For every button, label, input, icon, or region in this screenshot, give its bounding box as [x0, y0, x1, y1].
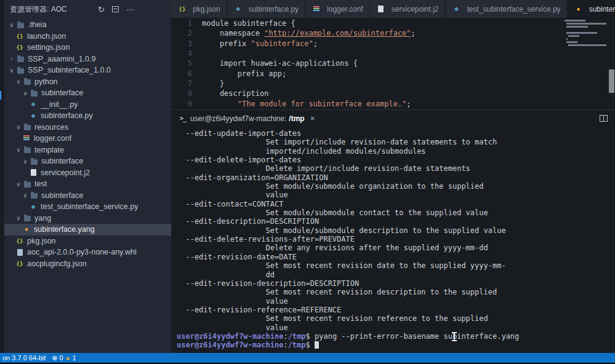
terminal-line: value: [177, 323, 613, 332]
tree-item-label: resources: [34, 123, 68, 132]
code-line: 1module subinterface {: [171, 18, 615, 28]
tab-pkg.json[interactable]: {}pkg.json: [171, 0, 227, 18]
terminal-line: --edit-revision-date=DATE: [177, 253, 613, 261]
tree-item-folder[interactable]: ∨subinterface: [4, 156, 171, 167]
tree-item-file[interactable]: ●subinterface.yang: [4, 224, 171, 235]
tree-item-label: SSP_subinterface_1.0.0: [28, 66, 111, 74]
minimap[interactable]: [565, 20, 606, 65]
code-line: 7 }: [171, 79, 615, 89]
problems-indicator[interactable]: ⊗ 0 ▲ 1: [52, 354, 76, 362]
code-editor[interactable]: 1module subinterface {2 namespace "http:…: [171, 18, 615, 109]
tab-bar: {}pkg.json◆subinterface.pylogger.confser…: [171, 0, 615, 18]
minimap-line: [568, 35, 579, 37]
tab-test_subinterface_service.py[interactable]: ◆test_subinterface_service.py: [446, 0, 568, 18]
more-actions-icon[interactable]: ⋯: [126, 5, 134, 14]
tree-item-label: yang: [34, 214, 51, 223]
folder-icon: [22, 146, 32, 153]
error-icon: ⊗: [52, 354, 57, 362]
minimap-line: [568, 44, 606, 46]
tree-item-file[interactable]: {}launch.json: [4, 31, 171, 42]
tree-item-folder[interactable]: ∨.theia: [4, 19, 171, 31]
code-line: 2 namespace "http://example.com/subinter…: [171, 28, 615, 38]
line-number: 3: [171, 39, 202, 48]
minimap-line: [566, 23, 606, 25]
tree-item-folder[interactable]: ∨SSP_subinterface_1.0.0: [4, 65, 171, 76]
tree-item-label: logger.conf: [34, 134, 71, 143]
terminal-output[interactable]: --edit-update-import-dates Set import/in…: [177, 129, 613, 352]
tree-item-file[interactable]: {}pkg.json: [4, 235, 171, 247]
terminal-tab-path: /tmp: [289, 114, 304, 123]
folder-icon: [29, 90, 39, 97]
folder-icon: [15, 55, 25, 62]
terminal-icon: >_: [180, 115, 186, 122]
line-number: 8: [171, 89, 202, 98]
editor-scrollbar[interactable]: [609, 69, 614, 93]
terminal-line: --edit-description=DESCRIPTION: [177, 217, 613, 226]
yang-file-icon: ●: [22, 226, 31, 232]
terminal-line: Delete import/include revision-date stat…: [177, 164, 613, 173]
chevron-down-icon: ∨: [15, 215, 22, 221]
line-number: 2: [171, 29, 202, 38]
tree-item-folder[interactable]: ∨resources: [4, 122, 171, 133]
tab-logger.conf[interactable]: logger.conf: [305, 0, 370, 18]
terminal-line: --edit-organization=ORGANIZATION: [177, 173, 613, 182]
tree-item-label: servicepoint.j2: [41, 168, 90, 177]
code-line: 5 import huawei-ac-applications {: [171, 58, 615, 68]
collapse-folders-icon[interactable]: [112, 6, 119, 12]
python-file-icon: ◆: [28, 101, 38, 107]
terminal-line: Set import/include revision-date stateme…: [177, 138, 613, 146]
tree-item-folder[interactable]: ∨subinterface: [4, 87, 171, 99]
tree-item-folder[interactable]: ∨subinterface: [4, 190, 171, 202]
tab-subinterface.yang[interactable]: ●subinterface.yang×: [568, 0, 615, 18]
terminal-line: Set most recent revision date to the sup…: [177, 261, 613, 270]
terminal-line: Set module/submodule organization to the…: [177, 182, 613, 191]
chevron-down-icon: ∨: [15, 181, 22, 188]
tree-item-file[interactable]: ◆__init__.py: [4, 99, 171, 111]
tab-servicepoint.j2[interactable]: servicepoint.j2: [370, 0, 446, 18]
terminal-prompt-line: user@z6i4yydwf7w-machine:/tmp$: [177, 341, 613, 349]
tree-item-folder[interactable]: ∨python: [4, 76, 171, 88]
tree-item-file[interactable]: ◆test_subinterface_service.py: [4, 201, 171, 213]
tree-item-folder[interactable]: ∨test: [4, 178, 171, 190]
tree-item-folder[interactable]: ∨yang: [4, 213, 171, 224]
terminal-prompt-line: user@z6i4yydwf7w-machine:/tmp$ pyang --p…: [177, 332, 613, 341]
tree-item-file[interactable]: aoc_api-2.0.0-py3-none-any.whl: [4, 247, 171, 258]
terminal-line: --edit-update-import-dates: [177, 129, 613, 138]
terminal-line: value: [177, 297, 613, 306]
terminal-line: Set module/submodule description to the …: [177, 226, 613, 235]
close-icon[interactable]: ×: [310, 114, 315, 123]
tab-label: subinterface.py: [249, 5, 299, 14]
terminal-cursor: [315, 341, 319, 349]
minimap-line: [566, 26, 588, 28]
tree-item-label: pkg.json: [27, 237, 56, 245]
terminal-tab-title[interactable]: user@z6i4yydwf7w-machine:: [190, 114, 286, 123]
tree-item-folder[interactable]: ›SSP_aaamini_1.0.9: [4, 53, 171, 65]
folder-icon: [22, 215, 32, 221]
json-file-icon: {}: [177, 6, 187, 12]
code-lines: 1module subinterface {2 namespace "http:…: [171, 18, 615, 109]
tree-item-file[interactable]: ◆subinterface.py: [4, 110, 171, 122]
split-panel-icon[interactable]: [600, 115, 608, 122]
tree-item-file[interactable]: servicepoint.j2: [4, 167, 171, 179]
minimap-line: [566, 32, 597, 34]
line-number: 9: [171, 100, 202, 108]
minimap-line: [565, 20, 585, 22]
explorer-header: 资源管理器: AOC: [4, 0, 171, 18]
refresh-icon[interactable]: ↻: [98, 5, 105, 14]
tree-item-file[interactable]: logger.conf: [4, 133, 171, 144]
tree-item-folder[interactable]: ∨template: [4, 144, 171, 156]
line-number: 6: [171, 69, 202, 78]
tree-item-file[interactable]: {}settings.json: [4, 42, 171, 53]
tree-item-label: launch.json: [27, 32, 66, 41]
chevron-down-icon: ∨: [22, 158, 29, 165]
tab-subinterface.py[interactable]: ◆subinterface.py: [227, 0, 305, 18]
tree-item-file[interactable]: {}aocplugincfg.json: [4, 258, 171, 270]
chevron-down-icon: ∨: [15, 124, 22, 130]
file-tree: ∨.theia{}launch.json{}settings.json›SSP_…: [4, 19, 171, 269]
jinja-file-icon: [28, 169, 38, 176]
terminal-line: --edit-revision-reference=REFERENCE: [177, 306, 613, 314]
code-line: 9 "The module for subinterface example."…: [171, 98, 615, 108]
python-version[interactable]: on 3.7.0 64-bit: [2, 354, 46, 362]
explorer-sidebar: 资源管理器: AOC ↻ ⋯ ∨.theia{}launch.json{}set…: [4, 0, 171, 353]
folder-icon: [15, 22, 25, 28]
